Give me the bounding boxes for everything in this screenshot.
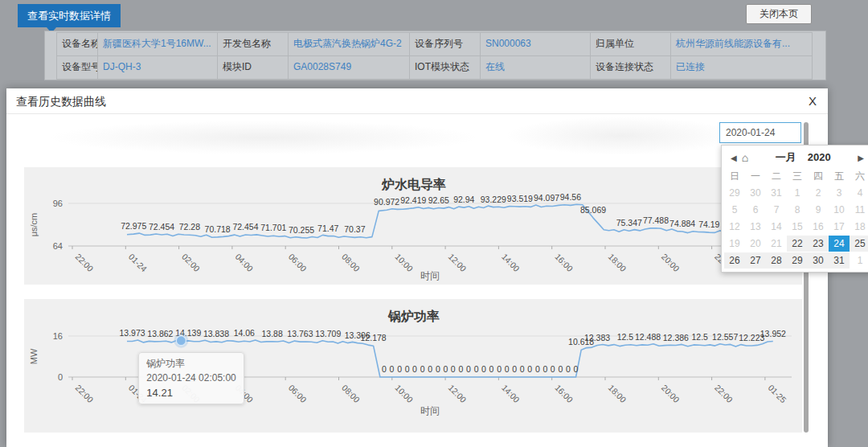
calendar-day[interactable]: 30 — [745, 185, 766, 201]
date-input[interactable] — [719, 122, 801, 143]
point-label: 70.255 — [289, 225, 314, 235]
point-label: 0 — [497, 364, 502, 374]
point-label: 71.47 — [317, 224, 338, 233]
point-label: 92.94 — [453, 195, 474, 204]
calendar-day[interactable]: 2 — [808, 185, 829, 201]
point-label: 12.488 — [635, 332, 661, 342]
calendar-day[interactable]: 21 — [766, 236, 787, 252]
calendar-day[interactable]: 12 — [724, 219, 745, 235]
point-label: 93.229 — [481, 195, 506, 204]
tooltip-timestamp: 2020-01-24 02:05:00 — [146, 371, 235, 385]
device-field-label: 设备序列号 — [410, 33, 480, 55]
calendar-day[interactable]: 28 — [766, 252, 787, 269]
calendar-day[interactable]: 27 — [745, 252, 766, 269]
point-label: 0 — [520, 364, 525, 374]
point-label: 12.386 — [663, 333, 689, 342]
device-field-label: 开发包名称 — [218, 33, 288, 55]
erased-content-smudge — [47, 121, 481, 154]
calendar-day[interactable]: 29 — [724, 185, 745, 201]
x-tick-label: 22:00 — [713, 383, 735, 404]
calendar-month-label[interactable]: 一月 — [776, 151, 796, 163]
calendar-day[interactable]: 10 — [829, 202, 850, 218]
calendar-weekday: 二 — [766, 167, 787, 185]
calendar-prev-icon[interactable]: ◀ — [728, 154, 739, 162]
calendar-day[interactable]: 1 — [787, 185, 808, 201]
calendar-day[interactable]: 1 — [850, 252, 868, 269]
point-label: 12.383 — [584, 333, 610, 342]
hover-point — [176, 336, 186, 346]
x-tick-label: 16:00 — [553, 383, 575, 404]
calendar-day[interactable]: 18 — [850, 219, 868, 235]
x-tick-label: 06:00 — [287, 252, 309, 273]
calendar-day[interactable]: 31 — [829, 252, 850, 269]
x-tick-label: 04:00 — [233, 252, 255, 273]
realtime-data-tab[interactable]: 查看实时数据详情 — [18, 4, 121, 27]
x-tick-label: 12:00 — [447, 252, 469, 273]
x-tick-label: 16:00 — [553, 252, 575, 273]
calendar-day[interactable]: 6 — [745, 202, 766, 218]
calendar-day[interactable]: 22 — [787, 236, 808, 252]
calendar-day[interactable]: 19 — [724, 236, 745, 252]
calendar-weekday: 日 — [724, 167, 745, 185]
point-label: 13.709 — [315, 329, 341, 338]
point-label: 0 — [574, 364, 579, 374]
calendar-day[interactable]: 29 — [787, 252, 808, 269]
calendar-day[interactable]: 23 — [808, 236, 829, 252]
calendar-day[interactable]: 9 — [808, 202, 829, 218]
calendar-day[interactable]: 30 — [808, 252, 829, 269]
device-field-value: 杭州华源前线能源设备有... — [671, 33, 812, 55]
y-axis-unit: μs/cm — [29, 213, 39, 237]
calendar-day[interactable]: 5 — [724, 202, 745, 218]
x-tick-label: 01-25 — [766, 383, 788, 405]
x-tick-label: 10:00 — [393, 383, 415, 404]
x-tick-label: 18:00 — [607, 252, 628, 273]
calendar-day[interactable]: 26 — [724, 252, 745, 269]
x-axis-title: 时间 — [420, 270, 440, 281]
point-label: 0 — [512, 364, 517, 374]
calendar-month-year: 一月2020 — [751, 150, 855, 165]
point-label: 13.952 — [760, 329, 786, 338]
chart-tooltip: 锅炉功率2020-01-24 02:05:0014.21 — [138, 352, 244, 405]
device-field-label: IOT模块状态 — [410, 56, 480, 79]
x-tick-label: 10:00 — [393, 252, 415, 273]
calendar-day[interactable]: 11 — [850, 202, 868, 218]
point-label: 0 — [397, 364, 402, 374]
calendar-day[interactable]: 13 — [745, 219, 766, 235]
calendar-day[interactable]: 14 — [766, 219, 787, 235]
point-label: 0 — [444, 364, 448, 374]
chart-title: 炉水电导率 — [381, 177, 446, 191]
calendar-day[interactable]: 25 — [850, 236, 868, 252]
calendar-day-selected[interactable]: 24 — [829, 236, 850, 252]
point-label: 74.884 — [669, 219, 695, 228]
close-page-button[interactable]: 关闭本页 — [746, 4, 812, 24]
calendar-year-label[interactable]: 2020 — [808, 151, 831, 163]
calendar-next-icon[interactable]: ▶ — [855, 154, 866, 162]
calendar-day[interactable]: 31 — [766, 185, 787, 201]
calendar-day[interactable]: 15 — [787, 219, 808, 235]
conductivity-chart[interactable]: 炉水电导率9664μs/cm22:0001-2402:0004:0006:000… — [24, 167, 802, 285]
point-label: 0 — [535, 364, 540, 374]
calendar-home-icon[interactable]: ⌂ — [739, 152, 751, 163]
power-chart[interactable]: 锅炉功率160MW22:0001-2402:0004:0006:0008:001… — [24, 299, 802, 433]
x-tick-label: 22:00 — [74, 252, 96, 273]
chart-title: 锅炉功率 — [387, 309, 440, 323]
point-label: 0 — [458, 364, 463, 374]
tooltip-series-name: 锅炉功率 — [146, 356, 235, 371]
x-tick-label: 18:00 — [607, 383, 628, 404]
calendar-nav: ◀ ⌂ 一月2020 ▶ — [724, 148, 868, 167]
calendar-day[interactable]: 20 — [745, 236, 766, 252]
calendar-weekday: 四 — [808, 167, 829, 185]
point-label: 13.862 — [147, 329, 173, 338]
calendar-day[interactable]: 3 — [829, 185, 850, 201]
calendar-day[interactable]: 16 — [808, 219, 829, 235]
calendar-day[interactable]: 7 — [766, 202, 787, 218]
calendar-day[interactable]: 17 — [829, 219, 850, 235]
calendar-day[interactable]: 8 — [787, 202, 808, 218]
date-picker-calendar: ◀ ⌂ 一月2020 ▶ 日一二三四五六 2930311234567891011… — [721, 145, 868, 273]
point-label: 70.37 — [344, 224, 365, 234]
modal-header: 查看历史数据曲线 X — [6, 88, 828, 114]
point-label: 0 — [481, 364, 486, 374]
calendar-day[interactable]: 4 — [850, 185, 868, 201]
modal-close-icon[interactable]: X — [809, 94, 817, 108]
x-tick-label: 20:00 — [660, 383, 682, 404]
